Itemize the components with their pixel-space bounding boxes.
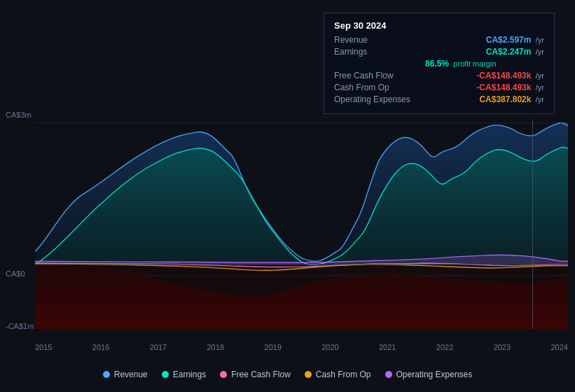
- tooltip-value-opex: CA$387.802k /yr: [479, 94, 544, 104]
- x-label-2022: 2022: [436, 343, 453, 351]
- x-label-2017: 2017: [150, 343, 167, 351]
- x-label-2021: 2021: [379, 343, 396, 351]
- chart-container: Sep 30 2024 Revenue CA$2.597m /yr Earnin…: [0, 0, 575, 392]
- tooltip-row-cashfromop: Cash From Op -CA$148.493k /yr: [334, 83, 544, 92]
- tooltip-value-earnings: CA$2.247m /yr: [486, 47, 544, 57]
- x-labels: 2015 2016 2017 2018 2019 2020 2021 2022 …: [35, 343, 568, 351]
- legend-dot-earnings: [162, 371, 169, 378]
- x-label-2015: 2015: [35, 343, 52, 351]
- cursor-line: [532, 119, 533, 329]
- x-label-2024: 2024: [550, 343, 567, 351]
- tooltip-label-cashfromop: Cash From Op: [334, 83, 425, 92]
- x-label-2023: 2023: [494, 343, 511, 351]
- tooltip-value-fcf: -CA$148.493k /yr: [476, 71, 544, 80]
- tooltip-label-opex: Operating Expenses: [334, 94, 425, 104]
- legend-label-revenue: Revenue: [114, 370, 148, 379]
- y-label-zero: CA$0: [6, 270, 25, 278]
- chart-svg: [35, 122, 568, 329]
- tooltip-row-fcf: Free Cash Flow -CA$148.493k /yr: [334, 71, 544, 80]
- legend-label-cashfromop: Cash From Op: [316, 370, 371, 379]
- legend-item-fcf[interactable]: Free Cash Flow: [220, 370, 291, 379]
- legend-item-revenue[interactable]: Revenue: [103, 370, 148, 379]
- tooltip-profit-value: 86.5% profit margin: [425, 59, 497, 69]
- tooltip-date: Sep 30 2024: [334, 20, 544, 31]
- legend-item-earnings[interactable]: Earnings: [162, 370, 206, 379]
- tooltip-row-revenue: Revenue CA$2.597m /yr: [334, 35, 544, 45]
- legend-dot-revenue: [103, 371, 110, 378]
- tooltip-value-cashfromop: -CA$148.493k /yr: [476, 83, 544, 92]
- legend-label-opex: Operating Expenses: [396, 370, 473, 379]
- tooltip-row-earnings: Earnings CA$2.247m /yr: [334, 47, 544, 57]
- tooltip-row-opex: Operating Expenses CA$387.802k /yr: [334, 94, 544, 104]
- tooltip-label-earnings: Earnings: [334, 47, 425, 57]
- legend-label-fcf: Free Cash Flow: [231, 370, 291, 379]
- legend-item-cashfromop[interactable]: Cash From Op: [305, 370, 371, 379]
- legend-dot-cashfromop: [305, 371, 312, 378]
- tooltip-label-fcf: Free Cash Flow: [334, 71, 425, 80]
- legend-dot-fcf: [220, 371, 227, 378]
- y-label-top: CA$3m: [6, 111, 32, 119]
- tooltip-profit-margin: 86.5% profit margin: [425, 59, 544, 69]
- y-label-neg: -CA$1m: [6, 322, 34, 330]
- x-label-2018: 2018: [207, 343, 223, 351]
- legend-item-opex[interactable]: Operating Expenses: [385, 370, 473, 379]
- legend-dot-opex: [385, 371, 392, 378]
- x-label-2016: 2016: [92, 343, 109, 351]
- tooltip-label-revenue: Revenue: [334, 35, 425, 45]
- tooltip-box: Sep 30 2024 Revenue CA$2.597m /yr Earnin…: [324, 13, 555, 114]
- tooltip-value-revenue: CA$2.597m /yr: [486, 35, 544, 45]
- x-label-2020: 2020: [321, 343, 338, 351]
- x-label-2019: 2019: [264, 343, 281, 351]
- legend: Revenue Earnings Free Cash Flow Cash Fro…: [0, 370, 575, 379]
- legend-label-earnings: Earnings: [173, 370, 206, 379]
